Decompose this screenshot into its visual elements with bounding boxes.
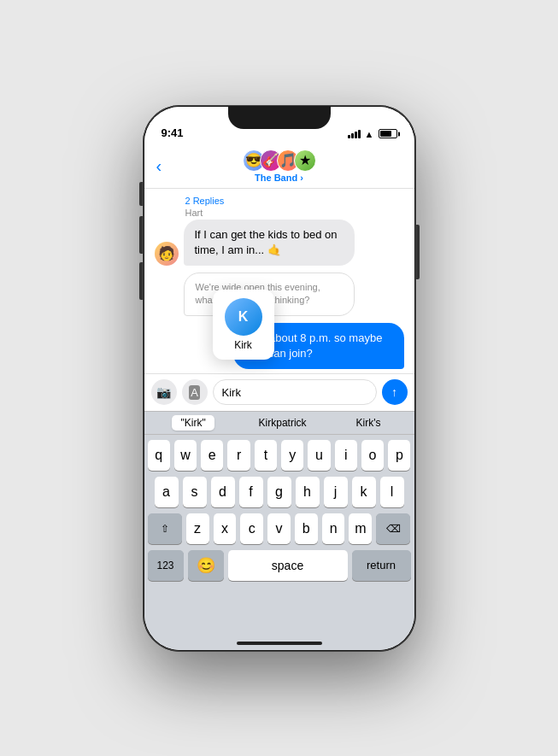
messages-header: ‹ 😎 🎸 🎵 ★ The Band › [144,144,414,189]
volume-up-button[interactable] [139,216,143,254]
key-w[interactable]: w [174,440,197,471]
bubble-1: If I can get the kids to bed on time, I … [184,220,355,266]
home-indicator [237,642,322,645]
power-button[interactable] [416,225,420,279]
key-m[interactable]: m [349,513,372,544]
autocomplete-item-2[interactable]: Kirk's [351,415,386,431]
numbers-key[interactable]: 123 [148,550,184,581]
wifi-icon: ▲ [365,129,374,139]
space-key[interactable]: space [228,550,348,581]
signal-bar-4 [358,130,361,138]
key-u[interactable]: u [308,440,330,471]
status-icons: ▲ [348,129,397,139]
key-d[interactable]: d [211,477,235,507]
key-l[interactable]: l [380,477,404,507]
key-y[interactable]: y [281,440,303,471]
signal-bars-icon [348,130,361,138]
battery-icon [379,129,397,138]
autocomplete-bar: "Kirk" Kirkpatrick Kirk's [144,411,414,435]
message-row-1: 🧑 If I can get the kids to bed on time, … [155,220,404,266]
signal-bar-3 [355,132,357,138]
key-v[interactable]: v [267,513,291,544]
key-b[interactable]: b [295,513,318,544]
status-time: 9:41 [162,126,184,139]
mention-popup[interactable]: K Kirk [213,290,274,360]
apps-button[interactable]: A [182,379,208,405]
key-h[interactable]: h [296,477,320,507]
avatar-group: 😎 🎸 🎵 ★ [243,149,316,172]
key-s[interactable]: s [183,477,207,507]
avatar-hart: 🧑 [155,242,179,266]
key-n[interactable]: n [322,513,345,544]
send-icon: ↑ [391,385,397,399]
key-r[interactable]: r [227,440,250,471]
key-e[interactable]: e [201,440,223,471]
sender-name-1: Hart [185,208,404,218]
key-i[interactable]: i [335,440,357,471]
mute-button[interactable] [139,182,143,206]
keyboard: q w e r t y u i o p a s d f g h j k [144,435,414,650]
message-group-3: How about 8 p.m. so maybe Hart can join?… [155,323,404,377]
shift-key[interactable]: ⇧ [148,513,182,544]
battery-fill [380,131,392,137]
keyboard-row-2: a s d f g h j k l [148,477,411,507]
message-group-2: We're wide open this evening, what time … [155,273,404,316]
key-q[interactable]: q [148,440,170,471]
replies-label-1[interactable]: 2 Replies [185,196,404,206]
signal-bar-1 [348,135,350,138]
message-row-2: We're wide open this evening, what time … [155,273,404,316]
group-avatar-4: ★ [294,149,316,172]
apps-icon: A [189,385,200,400]
message-input[interactable] [213,379,377,405]
header-center[interactable]: 😎 🎸 🎵 ★ The Band › [243,149,316,183]
key-g[interactable]: g [267,477,291,507]
key-z[interactable]: z [186,513,209,544]
key-x[interactable]: x [214,513,237,544]
key-a[interactable]: a [155,477,179,507]
camera-icon: 📷 [156,385,171,399]
camera-button[interactable]: 📷 [151,379,177,405]
notch [228,107,331,129]
message-row-3: How about 8 p.m. so maybe Hart can join? [155,323,404,369]
return-key[interactable]: return [352,550,411,581]
message-group-1: 2 Replies Hart 🧑 If I can get the kids t… [155,196,404,266]
key-k[interactable]: k [352,477,376,507]
group-name[interactable]: The Band › [255,173,303,183]
keyboard-row-1: q w e r t y u i o p [148,440,411,471]
key-j[interactable]: j [324,477,348,507]
key-f[interactable]: f [239,477,263,507]
key-o[interactable]: o [361,440,384,471]
phone-screen: 9:41 ▲ ‹ 😎 🎸 🎵 [144,107,414,650]
autocomplete-item-1[interactable]: Kirkpatrick [254,415,312,431]
input-bar: 📷 A ↑ [144,373,414,411]
send-button[interactable]: ↑ [382,379,408,405]
mention-name: Kirk [234,339,252,351]
keyboard-row-4: 123 😊 space return [148,550,411,581]
keyboard-row-3: ⇧ z x c v b n m ⌫ [148,513,411,544]
messages-body: 2 Replies Hart 🧑 If I can get the kids t… [144,189,414,377]
volume-down-button[interactable] [139,262,143,300]
key-t[interactable]: t [255,440,277,471]
key-c[interactable]: c [240,513,263,544]
key-p[interactable]: p [388,440,410,471]
autocomplete-item-0[interactable]: "Kirk" [172,415,214,431]
signal-bar-2 [351,133,354,138]
mention-avatar: K [225,298,262,336]
back-button[interactable]: ‹ [156,156,162,176]
phone-frame: 9:41 ▲ ‹ 😎 🎸 🎵 [143,105,416,652]
emoji-key[interactable]: 😊 [188,550,224,581]
delete-key[interactable]: ⌫ [376,513,410,544]
